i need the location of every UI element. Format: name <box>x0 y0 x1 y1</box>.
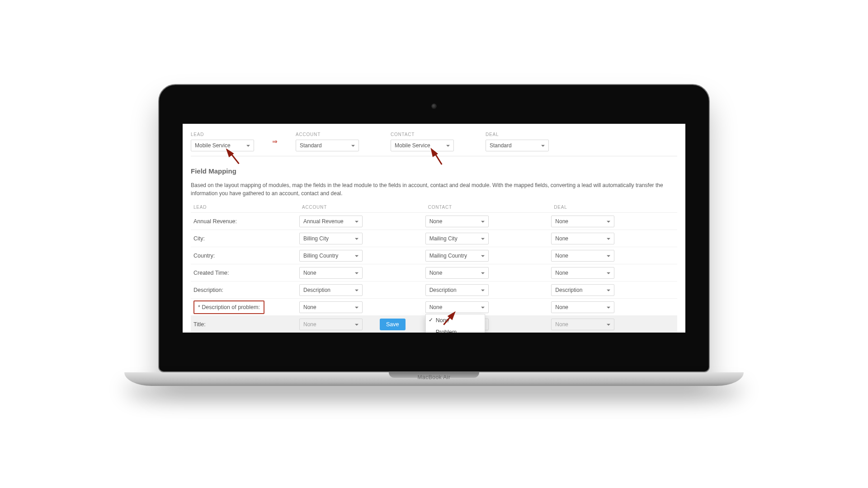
lead-field-name: Country: <box>191 252 299 258</box>
deal-field-value: None <box>555 269 568 276</box>
col-contact: CONTACT <box>425 205 552 210</box>
account-label: ACCOUNT <box>296 132 359 137</box>
contact-field-select[interactable]: Description <box>425 284 489 296</box>
lead-field-name: * Description of problem: <box>191 300 299 314</box>
col-lead: LEAD <box>191 205 299 210</box>
lead-field-name: Created Time: <box>191 269 299 276</box>
contact-field-value: None <box>429 218 443 224</box>
col-account: ACCOUNT <box>299 205 425 210</box>
lead-field-name: Title: <box>191 321 299 327</box>
chevron-down-icon <box>607 324 610 325</box>
table-row: Created Time:NoneNoneNone <box>191 264 677 282</box>
chevron-down-icon <box>351 145 355 147</box>
deal-label: DEAL <box>486 132 549 137</box>
account-field-select[interactable]: Billing City <box>299 232 363 244</box>
deal-field-select: None <box>551 318 614 330</box>
contact-layout-select[interactable]: Mobile Service <box>391 140 454 151</box>
deal-field-value: None <box>555 321 568 327</box>
account-field-select[interactable]: None <box>299 267 363 278</box>
section-title: Field Mapping <box>191 167 677 175</box>
maps-to-icon: ⇒ <box>272 137 278 145</box>
contact-field-select[interactable]: Mailing Country <box>425 249 489 261</box>
account-field-select[interactable]: None <box>299 301 363 313</box>
contact-label: CONTACT <box>391 132 454 137</box>
chevron-down-icon <box>246 145 250 147</box>
table-row: City:Billing CityMailing CityNone <box>191 230 677 247</box>
device-label: MacBook Air <box>124 374 744 380</box>
chevron-down-icon <box>355 255 359 257</box>
chevron-down-icon <box>355 306 359 308</box>
chevron-down-icon <box>481 221 485 222</box>
contact-field-select[interactable]: None <box>425 215 489 227</box>
chevron-down-icon <box>481 238 485 239</box>
camera-icon <box>432 104 436 108</box>
mapping-table-header: LEAD ACCOUNT CONTACT DEAL <box>191 202 677 213</box>
deal-field-value: None <box>555 218 568 224</box>
lead-field-name: Description: <box>191 286 299 293</box>
contact-layout-value: Mobile Service <box>395 142 430 149</box>
lead-layout-value: Mobile Service <box>195 142 231 149</box>
contact-field-value: Mailing Country <box>429 252 467 258</box>
account-field-value: None <box>303 304 316 310</box>
screen: LEAD Mobile Service ⇒ ACCOUNT Standard <box>183 124 685 333</box>
laptop-bezel: LEAD Mobile Service ⇒ ACCOUNT Standard <box>158 84 710 372</box>
table-row: Description:DescriptionDescriptionDescri… <box>191 282 677 299</box>
contact-field-value: None <box>429 304 443 310</box>
deal-field-select[interactable]: None <box>551 249 614 261</box>
chevron-down-icon <box>607 289 610 291</box>
col-deal: DEAL <box>551 205 677 210</box>
account-field-value: None <box>303 269 316 276</box>
account-field-value: Description <box>303 286 330 293</box>
chevron-down-icon <box>607 238 610 239</box>
chevron-down-icon <box>355 324 359 325</box>
contact-field-value: Description <box>429 286 457 293</box>
deal-field-select[interactable]: None <box>551 232 614 244</box>
chevron-down-icon <box>481 306 485 308</box>
chevron-down-icon <box>355 221 359 222</box>
dropdown-option[interactable]: Problem Description <box>426 326 485 333</box>
table-row: Annual Revenue:Annual RevenueNoneNone <box>191 213 677 230</box>
deal-field-value: None <box>555 304 568 310</box>
deal-field-select[interactable]: None <box>551 301 614 313</box>
lead-layout-select[interactable]: Mobile Service <box>191 140 254 151</box>
account-field-value: Billing Country <box>303 252 338 258</box>
chevron-down-icon <box>355 272 359 274</box>
contact-field-value: None <box>429 269 443 276</box>
deal-layout-select[interactable]: Standard <box>486 140 549 151</box>
contact-field-value: Mailing City <box>429 235 458 241</box>
save-button[interactable]: Save <box>380 319 406 330</box>
section-description: Based on the layout mapping of modules, … <box>191 181 677 197</box>
laptop-mockup: LEAD Mobile Service ⇒ ACCOUNT Standard <box>158 84 710 386</box>
table-row: Country:Billing CountryMailing CountryNo… <box>191 247 677 264</box>
deal-field-select[interactable]: None <box>551 267 614 278</box>
lead-field-name: City: <box>191 235 299 241</box>
chevron-down-icon <box>481 289 485 291</box>
laptop-base: MacBook Air <box>124 372 744 386</box>
contact-field-select[interactable]: None <box>425 301 489 313</box>
deal-field-value: None <box>555 252 568 258</box>
chevron-down-icon <box>607 255 610 257</box>
contact-field-select[interactable]: None <box>425 267 489 278</box>
chevron-down-icon <box>607 306 610 308</box>
deal-field-select[interactable]: Description <box>551 284 614 296</box>
deal-field-select[interactable]: None <box>551 215 614 227</box>
mapping-table-body: Annual Revenue:Annual RevenueNoneNoneCit… <box>191 213 677 333</box>
lead-label: LEAD <box>191 132 254 137</box>
table-row: * Description of problem:NoneNoneNonePro… <box>191 299 677 316</box>
account-field-select[interactable]: Billing Country <box>299 249 363 261</box>
account-field-select[interactable]: Annual Revenue <box>299 215 363 227</box>
account-layout-select[interactable]: Standard <box>296 140 359 151</box>
highlight-box: * Description of problem: <box>193 300 264 314</box>
deal-field-value: Description <box>555 286 582 293</box>
contact-field-select[interactable]: Mailing City <box>425 232 489 244</box>
account-field-select: None <box>299 318 363 330</box>
account-layout-value: Standard <box>300 142 322 149</box>
chevron-down-icon <box>481 255 485 257</box>
chevron-down-icon <box>355 289 359 291</box>
chevron-down-icon <box>607 272 610 274</box>
lead-field-name: Annual Revenue: <box>191 218 299 224</box>
account-field-value: Billing City <box>303 235 329 241</box>
account-field-select[interactable]: Description <box>299 284 363 296</box>
account-field-value: Annual Revenue <box>303 218 344 224</box>
chevron-down-icon <box>607 221 610 222</box>
